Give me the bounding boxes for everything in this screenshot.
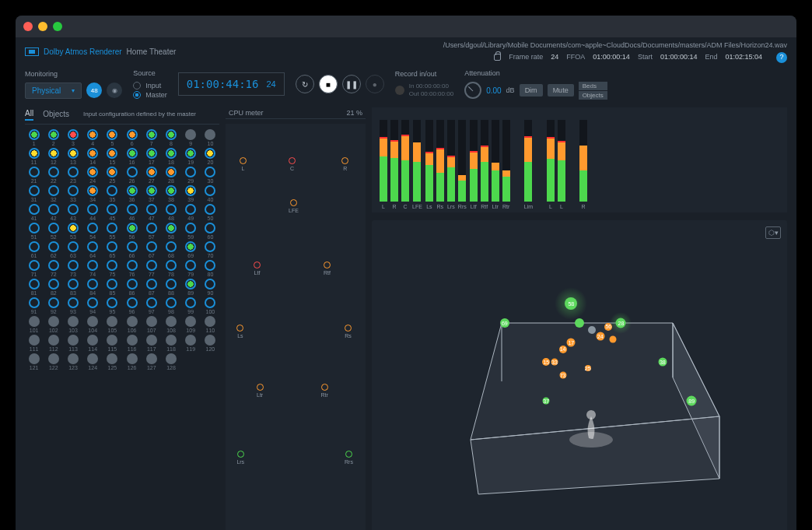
channel-50[interactable]: 50 bbox=[201, 204, 219, 221]
channel-69[interactable]: 69 bbox=[182, 241, 200, 258]
channel-61[interactable]: 61 bbox=[25, 241, 43, 258]
3d-object[interactable]: 37 bbox=[543, 397, 550, 404]
3d-viewer[interactable]: ⬡▾ 6958153314177325245628373889 bbox=[372, 220, 787, 530]
channel-11[interactable]: 11 bbox=[25, 148, 43, 165]
channel-37[interactable]: 37 bbox=[142, 185, 160, 202]
channel-13[interactable]: 13 bbox=[64, 148, 82, 165]
channel-107[interactable]: 107 bbox=[142, 316, 160, 333]
globe-button[interactable]: ◉ bbox=[107, 82, 122, 98]
channel-31[interactable]: 31 bbox=[25, 185, 43, 202]
channel-116[interactable]: 116 bbox=[123, 335, 141, 352]
channel-121[interactable]: 121 bbox=[25, 353, 43, 370]
pause-button[interactable]: ❚❚ bbox=[342, 75, 361, 93]
channel-76[interactable]: 76 bbox=[123, 260, 141, 277]
channel-21[interactable]: 21 bbox=[25, 167, 43, 184]
channel-9[interactable]: 9 bbox=[182, 129, 200, 146]
channel-114[interactable]: 114 bbox=[84, 335, 102, 352]
maximize-icon[interactable] bbox=[53, 22, 62, 31]
channel-120[interactable]: 120 bbox=[201, 335, 219, 352]
channel-75[interactable]: 75 bbox=[103, 260, 121, 277]
channel-38[interactable]: 38 bbox=[162, 185, 180, 202]
channel-23[interactable]: 23 bbox=[64, 167, 82, 184]
channel-102[interactable]: 102 bbox=[44, 316, 62, 333]
channel-10[interactable]: 10 bbox=[201, 129, 219, 146]
channel-78[interactable]: 78 bbox=[162, 260, 180, 277]
channel-83[interactable]: 83 bbox=[64, 279, 82, 296]
attenuation-dial[interactable] bbox=[464, 82, 481, 99]
speaker-Ltr[interactable]: Ltr bbox=[257, 384, 264, 398]
channel-27[interactable]: 27 bbox=[142, 167, 160, 184]
channel-110[interactable]: 110 bbox=[201, 316, 219, 333]
channel-93[interactable]: 93 bbox=[64, 297, 82, 314]
channel-7[interactable]: 7 bbox=[142, 129, 160, 146]
channel-101[interactable]: 101 bbox=[25, 316, 43, 333]
channel-25[interactable]: 25 bbox=[103, 167, 121, 184]
help-icon[interactable]: ? bbox=[776, 52, 787, 63]
channel-52[interactable]: 52 bbox=[44, 223, 62, 240]
channel-124[interactable]: 124 bbox=[84, 353, 102, 370]
close-icon[interactable] bbox=[23, 22, 33, 31]
timecode-display[interactable]: 01:00:44:16 24 bbox=[178, 72, 285, 96]
channel-54[interactable]: 54 bbox=[84, 223, 102, 240]
source-input-radio[interactable] bbox=[133, 82, 141, 90]
channel-19[interactable]: 19 bbox=[182, 148, 200, 165]
channel-65[interactable]: 65 bbox=[103, 241, 121, 258]
channel-12[interactable]: 12 bbox=[44, 148, 62, 165]
channel-59[interactable]: 59 bbox=[182, 223, 200, 240]
channel-4[interactable]: 4 bbox=[84, 129, 102, 146]
channel-30[interactable]: 30 bbox=[201, 167, 219, 184]
channel-29[interactable]: 29 bbox=[182, 167, 200, 184]
channel-73[interactable]: 73 bbox=[64, 260, 82, 277]
channel-77[interactable]: 77 bbox=[142, 260, 160, 277]
channel-127[interactable]: 127 bbox=[142, 353, 160, 370]
channel-8[interactable]: 8 bbox=[162, 129, 180, 146]
3d-object[interactable]: 28 bbox=[616, 318, 626, 328]
channel-98[interactable]: 98 bbox=[162, 297, 180, 314]
speaker-Ltf[interactable]: Ltf bbox=[254, 261, 261, 276]
speaker-Rtf[interactable]: Rtf bbox=[324, 261, 331, 276]
channel-56[interactable]: 56 bbox=[123, 223, 141, 240]
channel-46[interactable]: 46 bbox=[123, 204, 141, 221]
channel-84[interactable]: 84 bbox=[84, 279, 102, 296]
channel-43[interactable]: 43 bbox=[64, 204, 82, 221]
channel-122[interactable]: 122 bbox=[44, 353, 62, 370]
monitor-count-button[interactable]: 48 bbox=[86, 82, 102, 98]
speaker-Rs[interactable]: Rs bbox=[345, 325, 352, 339]
speaker-LFE[interactable]: LFE bbox=[289, 199, 299, 213]
channel-5[interactable]: 5 bbox=[103, 129, 121, 146]
dim-button[interactable]: Dim bbox=[520, 84, 543, 97]
channel-81[interactable]: 81 bbox=[25, 279, 43, 296]
channel-68[interactable]: 68 bbox=[162, 241, 180, 258]
channel-71[interactable]: 71 bbox=[25, 260, 43, 277]
3d-object[interactable]: 15 bbox=[542, 358, 550, 366]
channel-128[interactable]: 128 bbox=[162, 353, 180, 370]
channel-91[interactable]: 91 bbox=[25, 297, 43, 314]
channel-3[interactable]: 3 bbox=[64, 129, 82, 146]
channel-87[interactable]: 87 bbox=[142, 279, 160, 296]
3d-object[interactable]: 69 bbox=[500, 318, 509, 328]
channel-112[interactable]: 112 bbox=[44, 335, 62, 352]
speaker-Rtr[interactable]: Rtr bbox=[320, 384, 327, 398]
channel-104[interactable]: 104 bbox=[84, 316, 102, 333]
channel-64[interactable]: 64 bbox=[84, 241, 102, 258]
3d-object[interactable]: 33 bbox=[551, 359, 558, 366]
channel-39[interactable]: 39 bbox=[182, 185, 200, 202]
record-button[interactable]: ● bbox=[366, 75, 384, 93]
channel-88[interactable]: 88 bbox=[162, 279, 180, 296]
channel-94[interactable]: 94 bbox=[84, 297, 102, 314]
channel-103[interactable]: 103 bbox=[64, 316, 82, 333]
3d-object[interactable]: 14 bbox=[559, 346, 567, 353]
channel-125[interactable]: 125 bbox=[103, 353, 121, 370]
3d-object[interactable]: 58 bbox=[565, 297, 577, 310]
channel-24[interactable]: 24 bbox=[84, 167, 102, 184]
channel-53[interactable]: 53 bbox=[64, 223, 82, 240]
channel-82[interactable]: 82 bbox=[44, 279, 62, 296]
channel-40[interactable]: 40 bbox=[201, 185, 219, 202]
stop-button[interactable]: ■ bbox=[319, 75, 338, 93]
beds-button[interactable]: Beds bbox=[579, 82, 607, 90]
channel-26[interactable]: 26 bbox=[123, 167, 141, 184]
3d-object[interactable]: 38 bbox=[658, 358, 667, 367]
channel-20[interactable]: 20 bbox=[201, 148, 219, 165]
channel-99[interactable]: 99 bbox=[182, 297, 200, 314]
channel-109[interactable]: 109 bbox=[182, 316, 200, 333]
